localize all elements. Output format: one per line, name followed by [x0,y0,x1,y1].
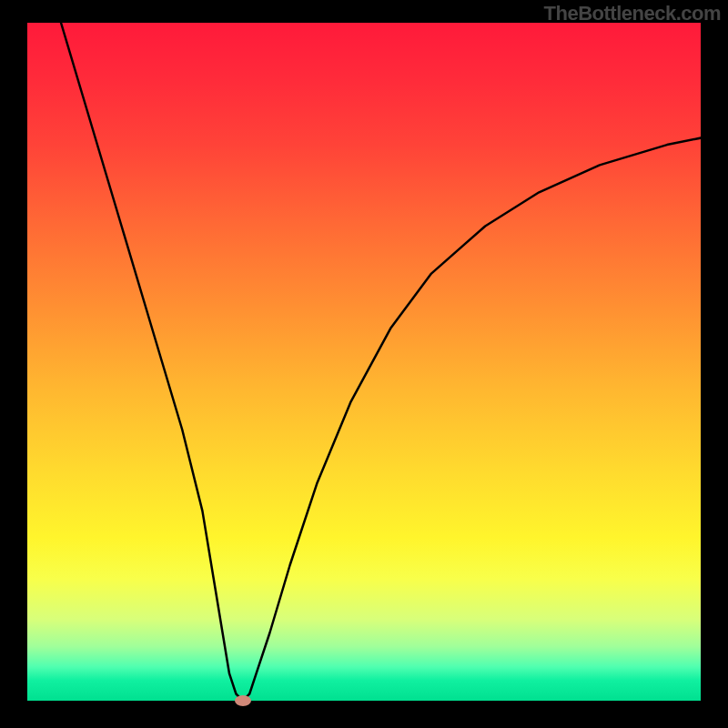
chart-background-gradient [27,23,701,701]
chart-marker-point [235,695,251,706]
watermark-text: TheBottleneck.com [544,2,721,25]
chart-plot-area [27,23,701,701]
